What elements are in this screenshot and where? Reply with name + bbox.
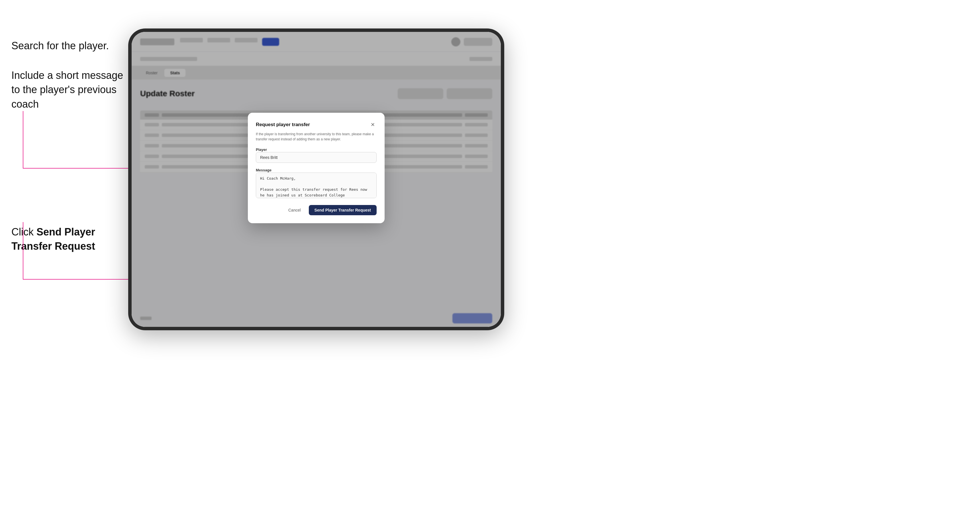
tablet-device: Roster Stats Update Roster <box>128 29 504 330</box>
player-input[interactable] <box>256 152 377 163</box>
modal-close-button[interactable]: ✕ <box>369 121 377 129</box>
message-label: Message <box>256 168 272 172</box>
annotation-text-search: Search for the player. <box>11 40 109 52</box>
modal-description: If the player is transferring from anoth… <box>256 132 377 142</box>
modal-footer: Cancel Send Player Transfer Request <box>256 205 377 215</box>
arrow-line-vertical-2 <box>23 222 23 279</box>
modal-request-transfer: Request player transfer ✕ If the player … <box>248 113 385 223</box>
send-transfer-request-button[interactable]: Send Player Transfer Request <box>309 205 377 215</box>
player-label: Player <box>256 148 267 152</box>
modal-title: Request player transfer <box>256 122 310 127</box>
message-textarea[interactable]: Hi Coach McHarg, Please accept this tran… <box>256 173 377 198</box>
annotation-text-click: Click Send PlayerTransfer Request <box>11 225 95 254</box>
tablet-screen: Roster Stats Update Roster <box>132 32 501 327</box>
annotation-text-message: Include a short messageto the player's p… <box>11 68 123 111</box>
arrow-line-vertical-1 <box>23 111 23 168</box>
modal-header: Request player transfer ✕ <box>256 121 377 129</box>
modal-overlay: Request player transfer ✕ If the player … <box>132 32 501 327</box>
cancel-button[interactable]: Cancel <box>284 206 305 215</box>
